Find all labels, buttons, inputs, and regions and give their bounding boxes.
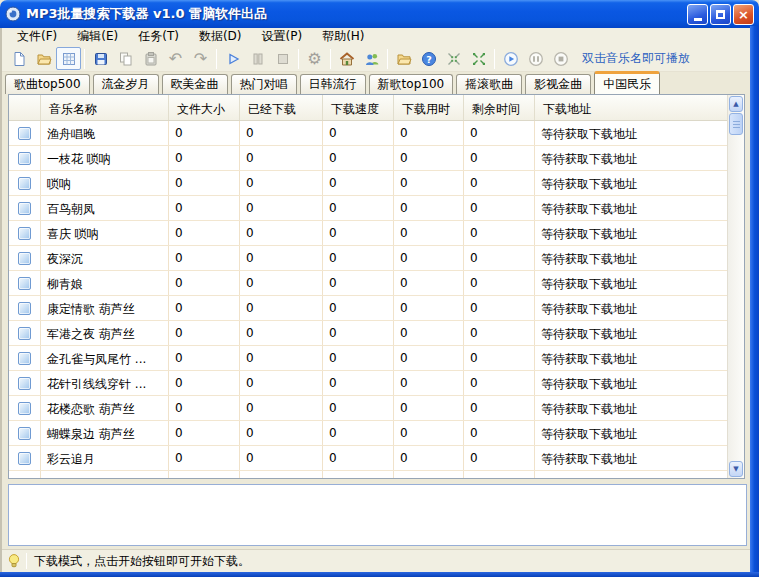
row-checkbox[interactable]: [18, 302, 31, 315]
table-row[interactable]: 唢呐00000等待获取下载地址: [9, 171, 727, 196]
row-checkbox[interactable]: [18, 252, 31, 265]
row-checkbox[interactable]: [18, 427, 31, 440]
song-name[interactable]: 彩云追月: [41, 446, 169, 470]
tab-duichang[interactable]: 热门对唱: [231, 74, 297, 94]
row-checkbox[interactable]: [18, 377, 31, 390]
column-header-4[interactable]: 下载速度: [323, 95, 394, 120]
start-download-button[interactable]: [220, 47, 245, 70]
stop-circle-button[interactable]: [548, 47, 573, 70]
maximize-button[interactable]: [710, 4, 731, 25]
table-row[interactable]: 花楼恋歌 葫芦丝00000等待获取下载地址: [9, 396, 727, 421]
tab-yaogun[interactable]: 摇滚歌曲: [456, 74, 522, 94]
table-row[interactable]: 康定情歌 葫芦丝00000等待获取下载地址: [9, 296, 727, 321]
window-bottom-border: [0, 572, 759, 577]
row-checkbox[interactable]: [18, 202, 31, 215]
table-row[interactable]: 百鸟朝凤00000等待获取下载地址: [9, 196, 727, 221]
close-button[interactable]: ×: [733, 4, 754, 25]
table-row[interactable]: 喜庆 唢呐00000等待获取下载地址: [9, 221, 727, 246]
song-name[interactable]: 唢呐: [41, 171, 169, 195]
row-checkbox[interactable]: [18, 152, 31, 165]
cell-speed: 0: [323, 371, 394, 395]
menu-item-help[interactable]: 帮助(H): [312, 27, 374, 47]
menu-item-settings[interactable]: 设置(P): [252, 27, 313, 47]
undo-button[interactable]: ↶: [163, 47, 188, 70]
menu-item-data[interactable]: 数据(D): [189, 27, 252, 47]
expand-button[interactable]: [466, 47, 491, 70]
redo-button[interactable]: ↷: [188, 47, 213, 70]
settings-button[interactable]: ⚙: [302, 47, 327, 70]
tab-liujin[interactable]: 流金岁月: [93, 74, 159, 94]
row-checkbox[interactable]: [18, 327, 31, 340]
help-button[interactable]: ?: [416, 47, 441, 70]
song-name[interactable]: 渔舟唱晚: [41, 121, 169, 145]
column-header-1[interactable]: 音乐名称: [41, 95, 169, 120]
song-name[interactable]: 军港之夜 葫芦丝: [41, 321, 169, 345]
empty-cell: [535, 471, 727, 478]
table-row[interactable]: 彩云追月00000等待获取下载地址: [9, 446, 727, 471]
song-name[interactable]: 夜深沉: [41, 246, 169, 270]
table-row[interactable]: 夜深沉00000等待获取下载地址: [9, 246, 727, 271]
song-name[interactable]: 花针引线线穿针 ...: [41, 371, 169, 395]
row-checkbox[interactable]: [18, 402, 31, 415]
users-button[interactable]: [359, 47, 384, 70]
song-name[interactable]: 一枝花 唢呐: [41, 146, 169, 170]
home-button[interactable]: [334, 47, 359, 70]
play-circle-button[interactable]: [498, 47, 523, 70]
column-header-5[interactable]: 下载用时: [394, 95, 464, 120]
song-name[interactable]: 花楼恋歌 葫芦丝: [41, 396, 169, 420]
menu-item-edit[interactable]: 编辑(E): [67, 27, 128, 47]
tab-yingshi[interactable]: 影视金曲: [525, 74, 591, 94]
song-name[interactable]: 康定情歌 葫芦丝: [41, 296, 169, 320]
collapse-button[interactable]: [441, 47, 466, 70]
paste-button[interactable]: [138, 47, 163, 70]
vertical-scrollbar[interactable]: ▲ ▼: [727, 95, 744, 478]
table-row[interactable]: 军港之夜 葫芦丝00000等待获取下载地址: [9, 321, 727, 346]
menu-item-file[interactable]: 文件(F): [7, 27, 67, 47]
song-name[interactable]: 百鸟朝凤: [41, 196, 169, 220]
menu-item-task[interactable]: 任务(T): [128, 27, 189, 47]
empty-cell: [41, 471, 169, 478]
pause-download-button[interactable]: [245, 47, 270, 70]
song-name[interactable]: 喜庆 唢呐: [41, 221, 169, 245]
table-row[interactable]: 蝴蝶泉边 葫芦丝00000等待获取下载地址: [9, 421, 727, 446]
scrollbar-thumb[interactable]: [729, 113, 743, 135]
minimize-button[interactable]: [687, 4, 708, 25]
song-name[interactable]: 柳青娘: [41, 271, 169, 295]
tab-xinge[interactable]: 新歌top100: [369, 74, 454, 94]
stop-download-button[interactable]: [270, 47, 295, 70]
pause-circle-button[interactable]: [523, 47, 548, 70]
status-text: 下载模式，点击开始按钮即可开始下载。: [34, 553, 250, 570]
table-row[interactable]: 渔舟唱晚00000等待获取下载地址: [9, 121, 727, 146]
column-header-3[interactable]: 已经下载: [240, 95, 323, 120]
row-checkbox[interactable]: [18, 127, 31, 140]
tab-minyue[interactable]: 中国民乐: [594, 71, 660, 94]
grid-view-button[interactable]: [56, 47, 81, 70]
row-checkbox[interactable]: [18, 352, 31, 365]
scroll-down-button[interactable]: ▼: [729, 461, 743, 477]
row-checkbox[interactable]: [18, 227, 31, 240]
copy-button[interactable]: [113, 47, 138, 70]
folder-button[interactable]: [391, 47, 416, 70]
cell-time-left: 0: [464, 196, 535, 220]
save-button[interactable]: [88, 47, 113, 70]
table-row[interactable]: 一枝花 唢呐00000等待获取下载地址: [9, 146, 727, 171]
column-header-7[interactable]: 下载地址: [535, 95, 727, 120]
cell-time-used: 0: [394, 271, 464, 295]
column-header-6[interactable]: 剩余时间: [464, 95, 535, 120]
song-name[interactable]: 金孔雀与凤尾竹 ...: [41, 346, 169, 370]
column-header-checkbox[interactable]: [9, 95, 41, 120]
row-checkbox[interactable]: [18, 277, 31, 290]
column-header-2[interactable]: 文件大小: [169, 95, 240, 120]
tab-rihan[interactable]: 日韩流行: [300, 74, 366, 94]
scroll-up-button[interactable]: ▲: [729, 96, 743, 112]
table-row[interactable]: 金孔雀与凤尾竹 ...00000等待获取下载地址: [9, 346, 727, 371]
table-row[interactable]: 花针引线线穿针 ...00000等待获取下载地址: [9, 371, 727, 396]
table-row[interactable]: 柳青娘00000等待获取下载地址: [9, 271, 727, 296]
new-file-button[interactable]: [6, 47, 31, 70]
song-name[interactable]: 蝴蝶泉边 葫芦丝: [41, 421, 169, 445]
row-checkbox[interactable]: [18, 452, 31, 465]
row-checkbox[interactable]: [18, 177, 31, 190]
tab-top500[interactable]: 歌曲top500: [5, 74, 90, 94]
tab-oumei[interactable]: 欧美金曲: [162, 74, 228, 94]
open-folder-button[interactable]: [31, 47, 56, 70]
